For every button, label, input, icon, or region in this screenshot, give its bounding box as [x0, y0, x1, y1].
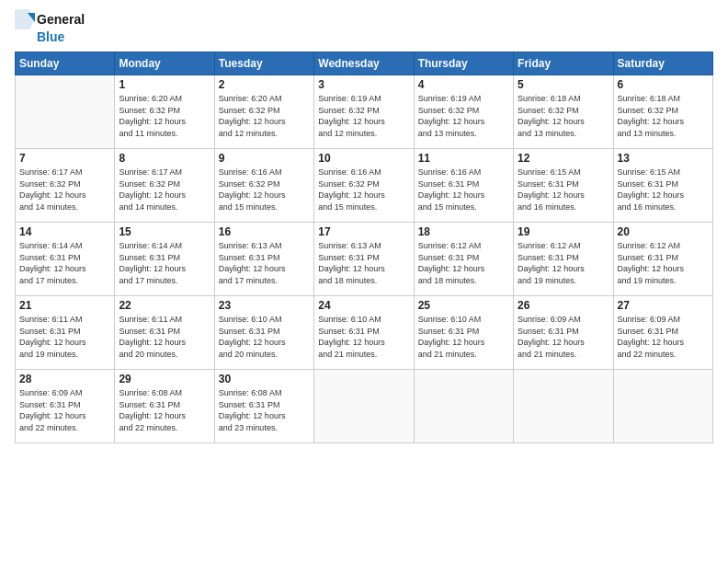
cell-info: Sunrise: 6:15 AM Sunset: 6:31 PM Dayligh…: [618, 167, 709, 213]
day-number: 4: [418, 78, 509, 91]
calendar-cell: 19Sunrise: 6:12 AM Sunset: 6:31 PM Dayli…: [514, 223, 613, 296]
day-number: 19: [518, 225, 609, 238]
calendar-cell: [514, 370, 613, 443]
day-number: 17: [318, 225, 409, 238]
logo-blue: Blue: [37, 29, 64, 44]
cell-info: Sunrise: 6:12 AM Sunset: 6:31 PM Dayligh…: [518, 240, 609, 286]
day-number: 25: [418, 299, 509, 312]
day-number: 20: [618, 225, 709, 238]
calendar-cell: 17Sunrise: 6:13 AM Sunset: 6:31 PM Dayli…: [314, 223, 414, 296]
header-day-saturday: Saturday: [613, 52, 712, 75]
calendar-table: SundayMondayTuesdayWednesdayThursdayFrid…: [15, 52, 713, 443]
cell-info: Sunrise: 6:14 AM Sunset: 6:31 PM Dayligh…: [119, 240, 210, 286]
calendar-cell: [414, 370, 513, 443]
page: General Blue SundayMondayTuesdayWednesda…: [0, 0, 728, 563]
logo-shape-icon: [15, 9, 35, 29]
day-number: 15: [119, 225, 210, 238]
day-number: 6: [618, 78, 709, 91]
header-day-friday: Friday: [514, 52, 613, 75]
cell-info: Sunrise: 6:20 AM Sunset: 6:32 PM Dayligh…: [219, 93, 310, 139]
cell-info: Sunrise: 6:15 AM Sunset: 6:31 PM Dayligh…: [518, 167, 609, 213]
week-row-3: 21Sunrise: 6:11 AM Sunset: 6:31 PM Dayli…: [16, 296, 713, 370]
calendar-cell: 9Sunrise: 6:16 AM Sunset: 6:32 PM Daylig…: [214, 149, 313, 223]
calendar-cell: 15Sunrise: 6:14 AM Sunset: 6:31 PM Dayli…: [115, 223, 214, 296]
calendar-cell: 5Sunrise: 6:18 AM Sunset: 6:32 PM Daylig…: [514, 75, 613, 149]
logo-general: General: [37, 12, 85, 27]
cell-info: Sunrise: 6:17 AM Sunset: 6:32 PM Dayligh…: [119, 167, 210, 213]
day-number: 8: [119, 152, 210, 165]
calendar-cell: 16Sunrise: 6:13 AM Sunset: 6:31 PM Dayli…: [214, 223, 313, 296]
week-row-1: 7Sunrise: 6:17 AM Sunset: 6:32 PM Daylig…: [16, 149, 713, 223]
day-number: 27: [618, 299, 709, 312]
calendar-cell: 25Sunrise: 6:10 AM Sunset: 6:31 PM Dayli…: [414, 296, 513, 370]
calendar-cell: 3Sunrise: 6:19 AM Sunset: 6:32 PM Daylig…: [314, 75, 414, 149]
calendar-cell: [16, 75, 115, 149]
header-day-sunday: Sunday: [16, 52, 115, 75]
logo: General Blue: [15, 9, 85, 44]
header-row: SundayMondayTuesdayWednesdayThursdayFrid…: [16, 52, 713, 75]
cell-info: Sunrise: 6:18 AM Sunset: 6:32 PM Dayligh…: [518, 93, 609, 139]
calendar-cell: 27Sunrise: 6:09 AM Sunset: 6:31 PM Dayli…: [613, 296, 712, 370]
header-day-tuesday: Tuesday: [214, 52, 313, 75]
day-number: 30: [219, 373, 310, 385]
day-number: 14: [19, 225, 110, 238]
cell-info: Sunrise: 6:17 AM Sunset: 6:32 PM Dayligh…: [19, 167, 110, 213]
cell-info: Sunrise: 6:18 AM Sunset: 6:32 PM Dayligh…: [618, 93, 709, 139]
day-number: 11: [418, 152, 509, 165]
cell-info: Sunrise: 6:19 AM Sunset: 6:32 PM Dayligh…: [318, 93, 409, 139]
day-number: 13: [618, 152, 709, 165]
day-number: 22: [119, 299, 210, 312]
cell-info: Sunrise: 6:09 AM Sunset: 6:31 PM Dayligh…: [19, 387, 110, 433]
day-number: 1: [119, 78, 210, 91]
calendar-cell: [314, 370, 414, 443]
cell-info: Sunrise: 6:08 AM Sunset: 6:31 PM Dayligh…: [119, 387, 210, 433]
calendar-cell: 23Sunrise: 6:10 AM Sunset: 6:31 PM Dayli…: [214, 296, 313, 370]
calendar-cell: 1Sunrise: 6:20 AM Sunset: 6:32 PM Daylig…: [115, 75, 214, 149]
cell-info: Sunrise: 6:11 AM Sunset: 6:31 PM Dayligh…: [19, 314, 110, 360]
week-row-0: 1Sunrise: 6:20 AM Sunset: 6:32 PM Daylig…: [16, 75, 713, 149]
calendar-cell: 21Sunrise: 6:11 AM Sunset: 6:31 PM Dayli…: [16, 296, 115, 370]
cell-info: Sunrise: 6:19 AM Sunset: 6:32 PM Dayligh…: [418, 93, 509, 139]
calendar-cell: 22Sunrise: 6:11 AM Sunset: 6:31 PM Dayli…: [115, 296, 214, 370]
day-number: 28: [19, 373, 110, 385]
day-number: 10: [318, 152, 409, 165]
cell-info: Sunrise: 6:09 AM Sunset: 6:31 PM Dayligh…: [518, 314, 609, 360]
svg-marker-0: [15, 9, 35, 29]
week-row-2: 14Sunrise: 6:14 AM Sunset: 6:31 PM Dayli…: [16, 223, 713, 296]
cell-info: Sunrise: 6:12 AM Sunset: 6:31 PM Dayligh…: [618, 240, 709, 286]
cell-info: Sunrise: 6:08 AM Sunset: 6:31 PM Dayligh…: [219, 387, 310, 433]
day-number: 29: [119, 373, 210, 385]
day-number: 16: [219, 225, 310, 238]
calendar-cell: 29Sunrise: 6:08 AM Sunset: 6:31 PM Dayli…: [115, 370, 214, 443]
day-number: 9: [219, 152, 310, 165]
day-number: 24: [318, 299, 409, 312]
cell-info: Sunrise: 6:16 AM Sunset: 6:32 PM Dayligh…: [219, 167, 310, 213]
day-number: 7: [19, 152, 110, 165]
cell-info: Sunrise: 6:16 AM Sunset: 6:32 PM Dayligh…: [318, 167, 409, 213]
calendar-cell: 7Sunrise: 6:17 AM Sunset: 6:32 PM Daylig…: [16, 149, 115, 223]
cell-info: Sunrise: 6:13 AM Sunset: 6:31 PM Dayligh…: [318, 240, 409, 286]
calendar-cell: 20Sunrise: 6:12 AM Sunset: 6:31 PM Dayli…: [613, 223, 712, 296]
calendar-cell: [613, 370, 712, 443]
calendar-cell: 26Sunrise: 6:09 AM Sunset: 6:31 PM Dayli…: [514, 296, 613, 370]
header: General Blue: [15, 9, 713, 44]
cell-info: Sunrise: 6:13 AM Sunset: 6:31 PM Dayligh…: [219, 240, 310, 286]
cell-info: Sunrise: 6:12 AM Sunset: 6:31 PM Dayligh…: [418, 240, 509, 286]
header-day-thursday: Thursday: [414, 52, 513, 75]
calendar-cell: 6Sunrise: 6:18 AM Sunset: 6:32 PM Daylig…: [613, 75, 712, 149]
header-day-wednesday: Wednesday: [314, 52, 414, 75]
cell-info: Sunrise: 6:09 AM Sunset: 6:31 PM Dayligh…: [618, 314, 709, 360]
calendar-cell: 8Sunrise: 6:17 AM Sunset: 6:32 PM Daylig…: [115, 149, 214, 223]
day-number: 12: [518, 152, 609, 165]
day-number: 2: [219, 78, 310, 91]
calendar-cell: 12Sunrise: 6:15 AM Sunset: 6:31 PM Dayli…: [514, 149, 613, 223]
day-number: 23: [219, 299, 310, 312]
cell-info: Sunrise: 6:14 AM Sunset: 6:31 PM Dayligh…: [19, 240, 110, 286]
cell-info: Sunrise: 6:11 AM Sunset: 6:31 PM Dayligh…: [119, 314, 210, 360]
day-number: 3: [318, 78, 409, 91]
cell-info: Sunrise: 6:10 AM Sunset: 6:31 PM Dayligh…: [318, 314, 409, 360]
day-number: 26: [518, 299, 609, 312]
day-number: 18: [418, 225, 509, 238]
calendar-cell: 13Sunrise: 6:15 AM Sunset: 6:31 PM Dayli…: [613, 149, 712, 223]
week-row-4: 28Sunrise: 6:09 AM Sunset: 6:31 PM Dayli…: [16, 370, 713, 443]
